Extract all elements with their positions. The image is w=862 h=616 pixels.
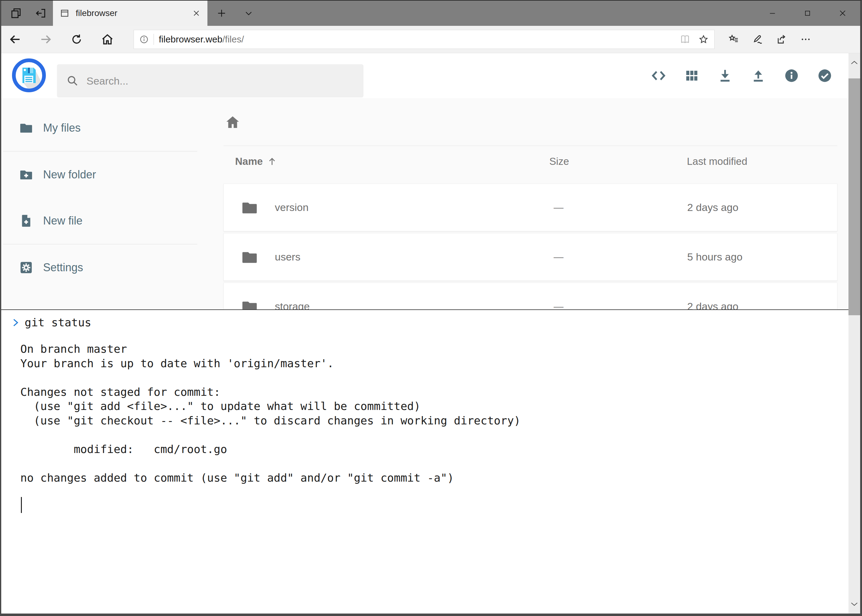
upload-icon (750, 68, 766, 83)
filebrowser-logo-icon (12, 58, 46, 93)
gear-icon (19, 261, 33, 275)
refresh-button[interactable] (66, 29, 87, 50)
more-dots-icon (800, 34, 811, 45)
column-header-size[interactable]: Size (549, 156, 569, 167)
sidebar-item-label: New folder (43, 168, 96, 181)
download-button[interactable] (717, 68, 733, 84)
site-info-icon[interactable] (139, 35, 149, 44)
url-path: /files/ (222, 34, 244, 44)
url-text: filebrowser.web/files/ (159, 34, 244, 45)
folder-icon (241, 248, 258, 266)
close-window-icon (838, 9, 847, 17)
breadcrumb-home-icon (224, 114, 241, 131)
filebrowser-header: Search... (1, 53, 848, 98)
home-button[interactable] (97, 29, 118, 50)
breadcrumb-divider (224, 146, 837, 146)
sidebar-item-new-file[interactable]: New file (1, 198, 199, 244)
new-tab-button[interactable] (207, 1, 236, 26)
set-tabs-aside-icon (35, 7, 47, 19)
favorites-hub-button[interactable] (725, 31, 742, 48)
terminal-prompt-line: git status (10, 316, 91, 329)
download-icon (717, 68, 733, 83)
terminal-panel[interactable]: git status On branch master Your branch … (1, 310, 848, 614)
upload-button[interactable] (750, 68, 766, 84)
file-size: — (554, 233, 564, 280)
column-header-name[interactable]: Name (235, 156, 277, 167)
home-icon (101, 33, 114, 46)
grid-icon (684, 68, 699, 83)
url-host: filebrowser.web (159, 34, 222, 44)
annotate-button[interactable] (749, 31, 766, 48)
more-menu-button[interactable] (797, 31, 814, 48)
column-header-modified[interactable]: Last modified (687, 156, 747, 167)
page-favicon-icon (60, 8, 69, 18)
folder-icon (241, 199, 258, 216)
favorite-star-icon[interactable] (698, 34, 709, 45)
terminal-output: On branch master Your branch is up to da… (20, 342, 521, 485)
file-name: version (275, 184, 309, 231)
file-row-users[interactable]: users — 5 hours ago (224, 233, 837, 281)
prompt-chevron-icon (10, 317, 21, 328)
code-brackets-icon (651, 68, 667, 84)
chevron-up-icon (850, 59, 859, 66)
check-circle-icon (817, 68, 832, 83)
file-name: users (275, 233, 300, 280)
file-info-button[interactable] (783, 68, 799, 84)
back-icon (8, 33, 22, 46)
info-circle-icon (784, 68, 799, 83)
page-scrollbar[interactable] (848, 53, 860, 614)
file-modified: 5 hours ago (687, 233, 742, 280)
maximize-icon (804, 9, 812, 17)
sidebar-item-settings[interactable]: Settings (1, 245, 199, 291)
share-icon (776, 34, 787, 45)
search-input[interactable]: Search... (57, 64, 364, 97)
file-plus-icon (19, 214, 33, 228)
page-viewport: Search... (1, 53, 860, 614)
header-action-buttons (651, 53, 833, 98)
sidebar-item-new-folder[interactable]: New folder (1, 152, 199, 198)
grid-view-button[interactable] (684, 68, 700, 84)
tab-title: filebrowser (76, 8, 186, 18)
file-modified: 2 days ago (687, 184, 738, 231)
minimize-button[interactable] (755, 1, 790, 26)
sidebar-item-my-files[interactable]: My files (1, 105, 199, 151)
search-icon (66, 74, 79, 87)
new-tab-icon (216, 8, 227, 19)
scroll-down-button[interactable] (848, 595, 860, 614)
terminal-text-cursor (21, 497, 22, 513)
refresh-icon (70, 33, 83, 46)
chevron-down-icon (244, 9, 253, 18)
favorites-hub-icon (728, 34, 739, 45)
share-button[interactable] (773, 31, 790, 48)
tab-preview-icon (10, 7, 22, 19)
sidebar-item-label: New file (43, 214, 82, 227)
file-row-version[interactable]: version — 2 days ago (224, 184, 837, 231)
sidebar-item-label: Settings (43, 261, 83, 274)
tab-close-icon[interactable] (192, 9, 201, 17)
set-tabs-aside-button[interactable] (28, 1, 53, 26)
raw-view-button[interactable] (651, 68, 667, 84)
folder-plus-icon (19, 168, 33, 182)
column-name-label: Name (235, 156, 263, 167)
browser-tab[interactable]: filebrowser (53, 1, 207, 26)
pen-icon (752, 34, 763, 45)
address-bar[interactable]: filebrowser.web/files/ (134, 30, 715, 49)
browser-window: filebrowser (0, 0, 862, 616)
browser-tab-bar: filebrowser (1, 1, 860, 26)
folder-icon (19, 121, 33, 135)
scrollbar-thumb[interactable] (848, 79, 860, 315)
scroll-up-button[interactable] (848, 53, 860, 72)
breadcrumb-home-button[interactable] (224, 114, 241, 131)
reading-view-icon[interactable] (680, 34, 690, 45)
chevron-down-icon (850, 600, 859, 608)
close-window-button[interactable] (825, 1, 860, 26)
select-multiple-button[interactable] (817, 68, 833, 84)
tab-list-button[interactable] (236, 1, 262, 26)
search-placeholder: Search... (87, 75, 128, 87)
forward-button[interactable] (36, 29, 56, 50)
maximize-button[interactable] (790, 1, 825, 26)
tab-preview-button[interactable] (4, 1, 28, 26)
back-button[interactable] (5, 29, 25, 50)
minimize-icon (769, 9, 777, 17)
terminal-command: git status (25, 316, 91, 329)
